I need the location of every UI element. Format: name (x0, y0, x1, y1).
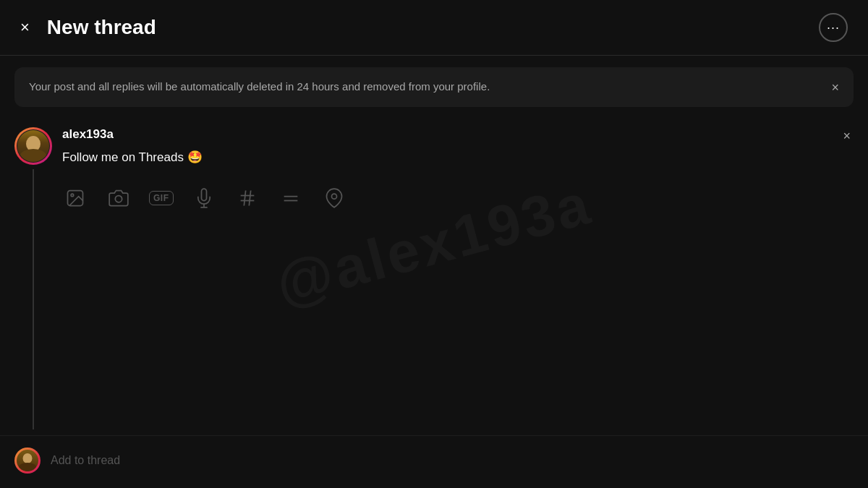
image-gallery-button[interactable] (62, 185, 88, 211)
avatar (14, 127, 52, 165)
notification-dismiss-button[interactable]: × (831, 80, 839, 95)
post-username: alex193a (62, 127, 114, 142)
list-button[interactable] (278, 185, 304, 211)
post-header: alex193a × (62, 127, 854, 145)
modal-header: × New thread ··· (0, 0, 868, 56)
svg-point-1 (71, 194, 74, 197)
post-text: Follow me on Threads 🤩 (62, 149, 854, 166)
svg-line-8 (249, 190, 250, 205)
header-left: × New thread (17, 16, 156, 39)
media-toolbar: GIF (62, 179, 854, 220)
svg-point-2 (115, 195, 122, 202)
reply-avatar (14, 448, 41, 474)
camera-button[interactable] (106, 185, 132, 211)
add-thread-placeholder: Add to thread (51, 454, 120, 467)
avatar-column (14, 127, 52, 429)
camera-icon (109, 188, 129, 208)
list-icon (281, 188, 301, 208)
image-icon (65, 188, 85, 208)
notification-banner: Your post and all replies will be automa… (14, 67, 854, 107)
svg-line-7 (244, 190, 245, 205)
notification-text: Your post and all replies will be automa… (29, 79, 822, 95)
new-thread-modal: @alex193a × New thread ··· Your post and… (0, 0, 868, 488)
mic-icon (194, 188, 214, 208)
thread-connector-line (33, 169, 34, 429)
post-dismiss-button[interactable]: × (843, 129, 851, 144)
thread-content: alex193a × Follow me on Threads 🤩 (0, 113, 868, 429)
gif-button[interactable]: GIF (149, 191, 174, 205)
post-body: alex193a × Follow me on Threads 🤩 (62, 127, 854, 429)
more-options-button[interactable]: ··· (819, 13, 848, 42)
hashtag-icon (237, 188, 258, 208)
close-button[interactable]: × (17, 17, 33, 38)
location-button[interactable] (321, 185, 347, 211)
hashtag-button[interactable] (234, 185, 260, 211)
svg-point-11 (331, 194, 336, 199)
location-icon (324, 188, 344, 208)
page-title: New thread (47, 16, 156, 39)
microphone-button[interactable] (191, 185, 217, 211)
add-thread-row[interactable]: Add to thread (0, 435, 868, 488)
